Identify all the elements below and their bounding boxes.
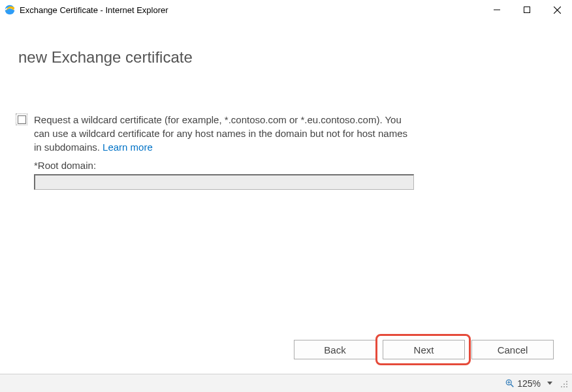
wildcard-description-text: Request a wildcard certificate (for exam… bbox=[34, 114, 407, 153]
page-heading: new Exchange certificate bbox=[18, 48, 193, 67]
wizard-content: new Exchange certificate Request a wildc… bbox=[0, 20, 572, 370]
svg-point-12 bbox=[561, 386, 562, 387]
learn-more-link[interactable]: Learn more bbox=[103, 142, 153, 153]
svg-point-11 bbox=[566, 384, 567, 385]
window-titlebar: Exchange Certificate - Internet Explorer bbox=[0, 0, 572, 20]
statusbar: 125% bbox=[0, 374, 572, 392]
ie-icon bbox=[4, 4, 16, 16]
svg-line-6 bbox=[511, 384, 514, 387]
window-title: Exchange Certificate - Internet Explorer bbox=[20, 5, 168, 15]
svg-rect-2 bbox=[524, 7, 530, 13]
root-domain-label: *Root domain: bbox=[34, 160, 96, 171]
root-domain-input[interactable] bbox=[34, 174, 414, 190]
svg-point-13 bbox=[564, 386, 565, 387]
wizard-buttons: Back Next Cancel bbox=[294, 340, 554, 359]
zoom-text: 125% bbox=[517, 378, 541, 389]
svg-point-9 bbox=[566, 381, 567, 382]
resize-grip[interactable] bbox=[559, 379, 568, 388]
zoom-control[interactable]: 125% bbox=[505, 378, 552, 389]
chevron-down-icon bbox=[547, 382, 552, 385]
wildcard-checkbox[interactable] bbox=[16, 113, 27, 125]
svg-point-10 bbox=[564, 384, 565, 385]
minimize-button[interactable] bbox=[482, 0, 512, 20]
close-button[interactable] bbox=[542, 0, 572, 20]
back-button[interactable]: Back bbox=[294, 340, 376, 359]
next-button[interactable]: Next bbox=[383, 340, 465, 359]
svg-point-14 bbox=[566, 386, 567, 387]
wildcard-description: Request a wildcard certificate (for exam… bbox=[34, 113, 417, 154]
maximize-button[interactable] bbox=[512, 0, 542, 20]
svg-point-0 bbox=[5, 5, 15, 15]
zoom-icon bbox=[505, 379, 515, 388]
cancel-button[interactable]: Cancel bbox=[471, 340, 554, 359]
